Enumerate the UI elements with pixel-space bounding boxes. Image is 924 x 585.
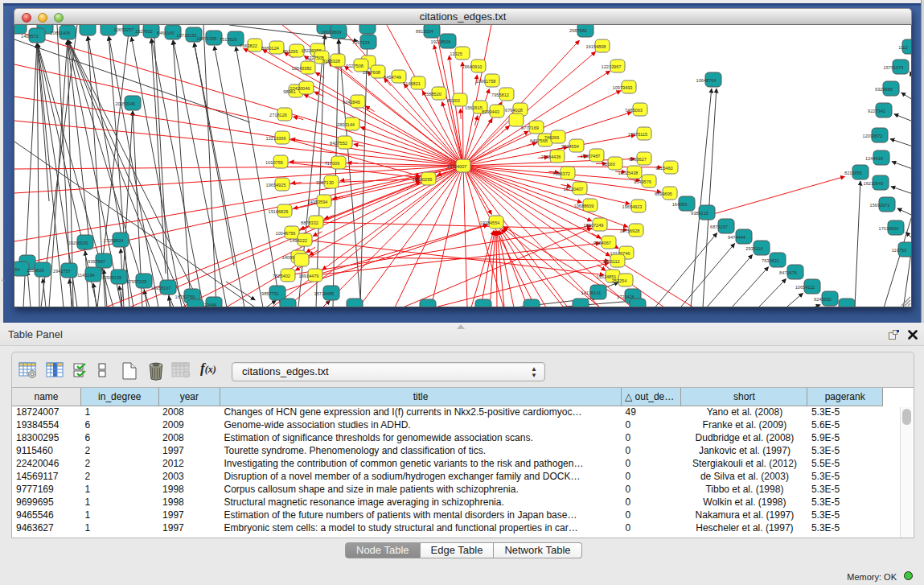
svg-text:14353594: 14353594: [308, 200, 328, 204]
svg-text:16640910: 16640910: [462, 64, 483, 69]
svg-text:9463627: 9463627: [629, 157, 647, 162]
svg-text:17016504: 17016504: [879, 226, 899, 231]
svg-text:10654112: 10654112: [795, 285, 815, 290]
svg-text:164093: 164093: [672, 202, 688, 207]
svg-text:8427552: 8427552: [330, 141, 347, 146]
svg-text:7625402: 7625402: [273, 274, 290, 278]
svg-text:7485063: 7485063: [625, 108, 643, 113]
svg-text:9397587: 9397587: [88, 259, 105, 264]
svg-text:10958107: 10958107: [151, 286, 171, 290]
svg-text:12213967: 12213967: [602, 64, 622, 69]
svg-text:7632621: 7632621: [762, 258, 779, 263]
svg-text:2718126: 2718126: [269, 113, 287, 117]
svg-text:9389215: 9389215: [691, 211, 708, 216]
svg-text:1498222: 1498222: [290, 238, 307, 243]
svg-text:2935114: 2935114: [745, 246, 762, 251]
svg-text:19166825: 19166825: [269, 209, 289, 214]
svg-text:1615112: 1615112: [602, 259, 619, 264]
svg-text:20053346: 20053346: [116, 101, 136, 106]
svg-text:18724007: 18724007: [447, 164, 467, 169]
svg-text:3624554: 3624554: [561, 144, 579, 149]
svg-text:746266: 746266: [544, 135, 560, 140]
svg-text:10756928: 10756928: [620, 229, 640, 233]
svg-text:15720407: 15720407: [564, 187, 584, 192]
svg-text:17957225: 17957225: [127, 279, 147, 284]
svg-text:19654923: 19654923: [622, 204, 643, 209]
svg-text:7663822: 7663822: [240, 43, 257, 48]
svg-text:9327508: 9327508: [346, 64, 363, 68]
svg-text:39154: 39154: [14, 267, 20, 272]
svg-text:15716485: 15716485: [314, 291, 335, 296]
svg-text:891295: 891295: [283, 49, 298, 54]
svg-text:2942757: 2942757: [53, 269, 71, 274]
svg-text:19384554: 19384554: [480, 220, 500, 225]
svg-text:717006: 717006: [325, 161, 340, 166]
svg-text:9329966: 9329966: [875, 87, 893, 92]
svg-text:9245652: 9245652: [814, 297, 832, 302]
svg-text:19218506: 19218506: [431, 39, 451, 44]
svg-text:16210643: 16210643: [864, 181, 884, 186]
svg-text:82203: 82203: [447, 98, 460, 103]
svg-text:10046756: 10046756: [276, 231, 296, 236]
svg-text:8990443: 8990443: [482, 109, 499, 114]
svg-text:8186328: 8186328: [322, 59, 340, 64]
svg-text:22420046: 22420046: [290, 86, 310, 91]
svg-text:16671355: 16671355: [197, 36, 217, 41]
svg-text:15751074: 15751074: [884, 65, 904, 70]
svg-text:20691406: 20691406: [51, 31, 71, 35]
svg-text:1010755: 1010755: [265, 160, 283, 165]
svg-text:7515526: 7515526: [220, 37, 237, 42]
svg-text:1588520: 1588520: [424, 92, 441, 97]
svg-text:1549576: 1549576: [634, 179, 651, 184]
svg-text:10688609: 10688609: [574, 204, 594, 208]
svg-text:20206536: 20206536: [68, 241, 88, 245]
svg-text:15692971: 15692971: [870, 203, 890, 208]
svg-text:10025438: 10025438: [618, 171, 639, 175]
svg-text:14136141: 14136141: [581, 290, 602, 295]
svg-text:17359924: 17359924: [104, 238, 124, 243]
svg-text:7357224: 7357224: [352, 40, 370, 45]
svg-text:9474444: 9474444: [728, 235, 745, 240]
svg-text:8813054: 8813054: [416, 29, 433, 34]
svg-text:18807249: 18807249: [584, 223, 604, 228]
svg-text:8454749: 8454749: [384, 75, 401, 80]
svg-text:16033809: 16033809: [322, 30, 342, 35]
svg-text:7955812: 7955812: [491, 93, 509, 97]
svg-text:1112: 1112: [898, 45, 908, 50]
svg-text:17975115: 17975115: [628, 132, 647, 137]
svg-text:16154808: 16154808: [586, 44, 606, 49]
svg-text:10719155: 10719155: [177, 33, 197, 38]
svg-text:10807487: 10807487: [581, 154, 601, 159]
svg-text:16914479: 16914479: [299, 274, 319, 278]
svg-text:1527602: 1527602: [135, 29, 153, 34]
svg-text:20364436: 20364436: [541, 154, 561, 159]
svg-text:1405572: 1405572: [21, 34, 39, 39]
svg-text:1156829: 1156829: [27, 268, 43, 273]
svg-text:8878332: 8878332: [301, 220, 318, 225]
svg-text:9242845: 9242845: [343, 100, 360, 105]
svg-text:18300295: 18300295: [413, 177, 433, 182]
svg-text:2803144: 2803144: [337, 122, 355, 127]
svg-text:19654925: 19654925: [266, 183, 286, 187]
svg-text:1145194: 1145194: [77, 273, 94, 278]
svg-text:6899695: 6899695: [655, 192, 672, 196]
svg-text:9857791: 9857791: [261, 291, 279, 296]
svg-text:1562615: 1562615: [465, 105, 483, 110]
svg-text:9084067: 9084067: [593, 241, 611, 245]
svg-text:2687682: 2687682: [569, 28, 587, 33]
svg-text:9327505: 9327505: [306, 56, 324, 60]
svg-text:9115460: 9115460: [655, 166, 672, 171]
svg-text:3267130: 3267130: [316, 180, 334, 185]
svg-text:10961758: 10961758: [476, 79, 496, 84]
svg-text:252254: 252254: [612, 278, 627, 283]
svg-text:13325: 13325: [450, 51, 462, 56]
svg-text:12213369: 12213369: [266, 136, 286, 141]
svg-text:8471676: 8471676: [779, 270, 797, 275]
svg-text:16782759: 16782759: [175, 295, 195, 299]
svg-text:6879197: 6879197: [710, 225, 728, 229]
svg-text:1733426: 1733426: [617, 295, 634, 299]
svg-text:10543382: 10543382: [292, 66, 312, 71]
svg-text:2867608: 2867608: [363, 70, 380, 75]
svg-text:116753: 116753: [892, 248, 906, 253]
svg-text:6466160: 6466160: [157, 31, 175, 35]
